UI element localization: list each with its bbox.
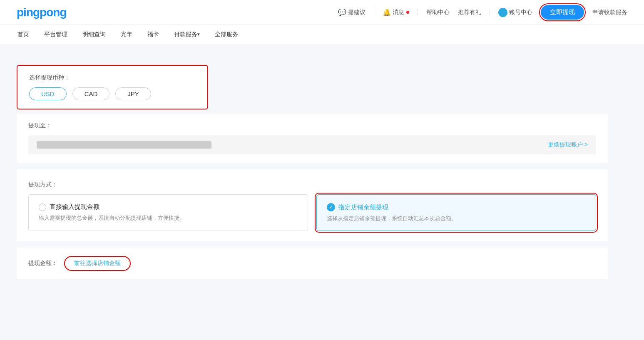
amount-label: 提现金额： [28,260,57,267]
logo: pingpong [17,6,67,19]
notification-label: 消息 [393,9,404,16]
currency-jpy[interactable]: JPY [115,87,151,100]
method-card-store[interactable]: ✓ 指定店铺余额提现 选择从指定店铺余额提现，系统自动汇总本次总金额。 [316,194,596,231]
nav-platform[interactable]: 平台管理 [43,25,68,44]
header-right: 💬 提建议 🔔 消息 帮助中心 推荐有礼 账号中心 立即提现 申请收款服务 [338,5,627,20]
account-item[interactable]: 账号中心 [498,8,532,17]
help-label: 帮助中心 [426,9,450,16]
help-item[interactable]: 帮助中心 [426,9,450,16]
brand-name: pingpong [17,6,67,19]
currency-label: 选择提现币种： [29,74,196,82]
apply-service-link[interactable]: 申请收款服务 [592,9,627,16]
referral-label: 推荐有礼 [458,9,481,16]
currency-cad[interactable]: CAD [72,87,110,100]
divider-2 [418,9,418,16]
notification-dot [406,11,409,14]
header: pingpong 💬 提建议 🔔 消息 帮助中心 推荐有礼 账号中心 立即提现 … [0,0,644,25]
withdraw-to-label: 提现至： [28,122,596,129]
currency-selector: 选择提现币种： USD CAD JPY [17,65,208,109]
currency-usd[interactable]: USD [29,87,67,100]
divider-3 [490,9,490,16]
change-account-link[interactable]: 更换提现账户 > [548,141,588,149]
nav-details[interactable]: 明细查询 [82,25,107,44]
feedback-item[interactable]: 💬 提建议 [338,8,366,16]
method-card-direct-title: 直接输入提现金额 [39,203,298,211]
method-card-direct[interactable]: 直接输入提现金额 输入需要提现的总金额，系统自动分配提现店铺，方便快捷。 [28,194,308,231]
bell-icon: 🔔 [383,8,391,16]
method-cards: 直接输入提现金额 输入需要提现的总金额，系统自动分配提现店铺，方便快捷。 ✓ 指… [28,194,596,231]
account-bar-placeholder [37,141,211,149]
nav-home[interactable]: 首页 [17,25,30,44]
nav-fuka[interactable]: 福卡 [147,25,160,44]
amount-action-button[interactable]: 前往选择店铺金额 [64,256,131,271]
radio-icon-direct [39,204,46,211]
account-label: 账号中心 [509,9,532,16]
feedback-icon: 💬 [338,8,346,16]
divider-1 [374,9,374,16]
notification-item[interactable]: 🔔 消息 [383,8,409,16]
nav-payment[interactable]: 付款服务 [173,25,201,44]
method-section: 提现方式： 直接输入提现金额 输入需要提现的总金额，系统自动分配提现店铺，方便快… [17,169,608,241]
method-store-desc: 选择从指定店铺余额提现，系统自动汇总本次总金额。 [327,215,586,222]
feedback-label: 提建议 [348,9,366,16]
avatar [498,8,507,17]
withdraw-button[interactable]: 立即提现 [541,5,584,20]
main-content: 选择提现币种： USD CAD JPY 提现至： 更换提现账户 > 提现方式： … [0,44,624,292]
method-label: 提现方式： [28,181,596,189]
withdraw-to-section: 提现至： 更换提现账户 > [17,114,608,163]
check-icon-store: ✓ [327,203,335,211]
method-store-label: 指定店铺余额提现 [338,204,388,211]
nav-bar: 首页 平台管理 明细查询 光年 福卡 付款服务 全部服务 [0,25,644,44]
referral-item[interactable]: 推荐有礼 [458,9,481,16]
method-card-store-title: ✓ 指定店铺余额提现 [327,203,586,211]
method-direct-desc: 输入需要提现的总金额，系统自动分配提现店铺，方便快捷。 [39,214,298,222]
nav-guangnian[interactable]: 光年 [120,25,133,44]
currency-section-wrapper: 选择提现币种： USD CAD JPY [17,57,608,114]
amount-section: 提现金额： 前往选择店铺金额 [17,248,608,279]
nav-all-services[interactable]: 全部服务 [214,25,239,44]
currency-buttons: USD CAD JPY [29,87,196,100]
account-bar-row: 更换提现账户 > [28,135,596,154]
method-direct-label: 直接输入提现金额 [50,203,99,211]
